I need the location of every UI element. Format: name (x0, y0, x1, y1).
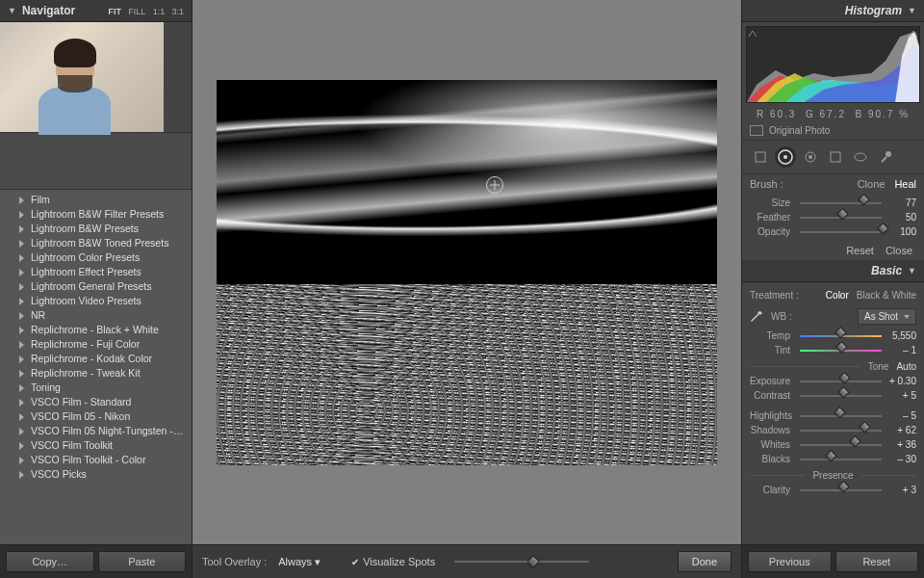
temp-slider[interactable]: Temp 5,550 (750, 328, 916, 343)
histogram-header[interactable]: Histogram ▼ (742, 0, 924, 22)
zoom-3-1[interactable]: 3:1 (171, 7, 184, 16)
svg-point-14 (886, 151, 891, 157)
brush-reset-button[interactable]: Reset (846, 245, 874, 256)
preset-item[interactable]: Replichrome - Kodak Color (17, 351, 192, 365)
preset-item[interactable]: VSCO Film 05 - Nikon (17, 408, 192, 423)
spot-removal-tool-icon[interactable] (775, 146, 796, 168)
grad-filter-tool-icon[interactable] (825, 146, 846, 168)
preset-item[interactable]: Replichrome - Black + White (17, 322, 192, 336)
preset-list[interactable]: FilmLightroom B&W Filter PresetsLightroo… (0, 190, 192, 544)
spot-cursor-icon[interactable] (486, 176, 503, 194)
brush-mode-row: Brush : Clone Heal (742, 174, 924, 194)
image-canvas[interactable] (192, 0, 741, 544)
size-slider[interactable]: Size77 (750, 196, 916, 210)
shadows-slider[interactable]: Shadows+ 62 (750, 423, 916, 437)
webcam-overlay (38, 37, 111, 128)
preset-item[interactable]: VSCO Film - Standard (17, 394, 192, 408)
copy-button[interactable]: Copy… (6, 551, 94, 572)
exposure-slider[interactable]: Exposure+ 0.30 (750, 374, 916, 388)
svg-point-9 (783, 155, 787, 159)
tool-overlay-label: Tool Overlay : (202, 556, 267, 567)
redeye-tool-icon[interactable] (800, 146, 821, 168)
tint-slider[interactable]: Tint – 1 (750, 343, 916, 357)
preset-item[interactable]: Replichrome - Tweak Kit (17, 365, 192, 380)
right-bottom-bar: Previous Reset (742, 544, 924, 578)
svg-rect-7 (756, 152, 765, 162)
preset-item[interactable]: Film (17, 192, 192, 206)
clone-option[interactable]: Clone (858, 178, 886, 190)
svg-point-13 (855, 153, 866, 161)
svg-rect-12 (831, 152, 840, 162)
photo-preview[interactable] (217, 80, 717, 465)
done-button[interactable]: Done (678, 551, 732, 572)
navigator-title: Navigator (22, 4, 105, 17)
preset-item[interactable]: Lightroom Video Presets (17, 293, 192, 307)
blacks-slider[interactable]: Blacks– 30 (750, 452, 916, 466)
basic-header[interactable]: Basic ▼ (742, 260, 924, 282)
center-panel: Tool Overlay : Always ▾ Visualize Spots … (192, 0, 741, 578)
collapse-icon[interactable]: ▼ (8, 6, 16, 15)
zoom-fill[interactable]: FILL (128, 7, 145, 16)
preset-item[interactable]: VSCO Picks (17, 466, 192, 481)
preset-item[interactable]: Lightroom Color Presets (17, 250, 192, 264)
svg-line-15 (882, 157, 886, 162)
preset-item[interactable]: Lightroom B&W Filter Presets (17, 206, 192, 221)
brush-tool-icon[interactable] (875, 146, 896, 168)
radial-filter-tool-icon[interactable] (850, 146, 871, 168)
navigator-header[interactable]: ▼ Navigator FIT FILL 1:1 3:1 (0, 0, 192, 22)
histogram-display[interactable] (746, 26, 920, 103)
collapse-icon[interactable]: ▼ (908, 266, 916, 276)
heal-option[interactable]: Heal (894, 178, 916, 190)
tool-strip (742, 140, 924, 174)
treatment-color[interactable]: Color (826, 290, 849, 301)
preset-item[interactable]: VSCO Film Toolkit - Color (17, 452, 192, 466)
treatment-bw[interactable]: Black & White (857, 290, 916, 301)
preset-item[interactable]: Toning (17, 380, 192, 394)
right-panel: Histogram ▼ R 60.3 G 67.2 B 90.7 % Origi… (741, 0, 924, 578)
paste-button[interactable]: Paste (98, 551, 187, 572)
crop-tool-icon[interactable] (750, 146, 771, 168)
preset-item[interactable]: Lightroom B&W Presets (17, 221, 192, 235)
brush-close-button[interactable]: Close (886, 245, 912, 256)
visualize-spots-checkbox[interactable]: Visualize Spots (351, 556, 435, 567)
tool-overlay-dropdown[interactable]: Always ▾ (278, 556, 321, 568)
preset-item[interactable]: NR (17, 307, 192, 322)
highlights-slider[interactable]: Highlights– 5 (750, 408, 916, 423)
left-bottom-bar: Copy… Paste (0, 544, 192, 578)
preset-item[interactable]: Lightroom Effect Presets (17, 264, 192, 278)
whites-slider[interactable]: Whites+ 36 (750, 437, 916, 452)
svg-point-11 (808, 155, 812, 159)
treatment-row: Treatment : Color Black & White (750, 286, 916, 304)
left-panel: ▼ Navigator FIT FILL 1:1 3:1 FilmLightro… (0, 0, 192, 578)
original-photo-toggle[interactable]: Original Photo (742, 121, 924, 140)
preset-item[interactable]: VSCO Film 05 Night-Tungsten -… (17, 423, 192, 437)
navigator-preview[interactable] (0, 22, 164, 132)
preset-item[interactable]: Lightroom B&W Toned Presets (17, 235, 192, 250)
eyedropper-icon[interactable] (750, 310, 763, 324)
auto-tone-button[interactable]: Auto (896, 361, 916, 372)
opacity-slider[interactable]: Opacity100 (750, 224, 916, 239)
previous-button[interactable]: Previous (748, 551, 832, 572)
clarity-slider[interactable]: Clarity+ 3 (750, 483, 916, 497)
zoom-fit[interactable]: FIT (108, 7, 121, 16)
collapse-icon[interactable]: ▼ (908, 6, 916, 15)
wb-dropdown[interactable]: As Shot (858, 308, 916, 325)
feather-slider[interactable]: Feather50 (750, 210, 916, 224)
white-balance-row: WB : As Shot (750, 304, 916, 328)
reset-button[interactable]: Reset (835, 551, 919, 572)
zoom-options: FIT FILL 1:1 3:1 (104, 4, 184, 17)
preset-item[interactable]: Lightroom General Presets (17, 278, 192, 293)
preset-item[interactable]: Replichrome - Fuji Color (17, 336, 192, 351)
rgb-readout: R 60.3 G 67.2 B 90.7 % (742, 107, 924, 121)
zoom-1-1[interactable]: 1:1 (153, 7, 166, 16)
preset-item[interactable]: VSCO Film Toolkit (17, 437, 192, 452)
contrast-slider[interactable]: Contrast+ 5 (750, 388, 916, 403)
tool-overlay-bar: Tool Overlay : Always ▾ Visualize Spots … (192, 544, 741, 578)
visualize-threshold-slider[interactable] (454, 561, 589, 563)
